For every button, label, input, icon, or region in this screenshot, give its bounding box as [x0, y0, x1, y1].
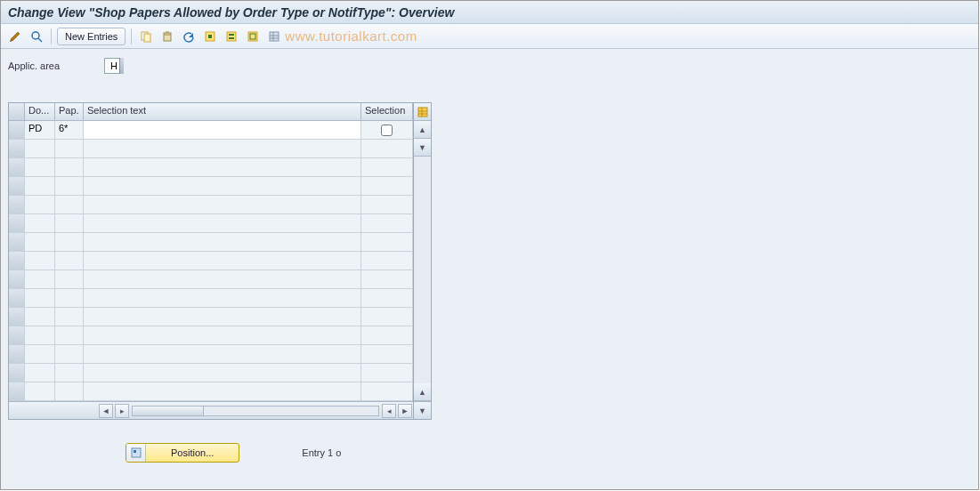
scroll-down-icon[interactable]: ▲	[414, 383, 431, 401]
table-settings-icon[interactable]	[265, 28, 283, 45]
cell-selection-text[interactable]	[84, 233, 361, 251]
row-selector[interactable]	[9, 177, 25, 195]
cell-selection-text[interactable]	[84, 270, 361, 288]
cell-selection-text[interactable]	[84, 196, 361, 213]
row-selector[interactable]	[9, 214, 25, 232]
cell-selection-text[interactable]	[84, 308, 361, 326]
row-selector[interactable]	[9, 140, 25, 157]
row-selector[interactable]	[9, 308, 25, 326]
detail-icon[interactable]	[28, 28, 45, 45]
cell-pap[interactable]	[55, 289, 84, 307]
cell-pap[interactable]	[55, 233, 84, 251]
cell-selection-checkbox[interactable]	[361, 196, 413, 213]
selection-checkbox[interactable]	[381, 125, 393, 136]
cell-selection-checkbox[interactable]	[361, 270, 413, 288]
cell-pap[interactable]	[55, 326, 84, 344]
cell-do[interactable]	[25, 326, 55, 344]
cell-selection-checkbox[interactable]	[361, 140, 413, 157]
scroll-left-icon[interactable]: ▸	[115, 404, 129, 418]
cell-do[interactable]	[25, 177, 55, 195]
delete-icon[interactable]	[158, 28, 176, 45]
col-selection[interactable]: Selection	[361, 103, 413, 120]
scroll-down-icon-2[interactable]: ▼	[414, 401, 431, 419]
cell-pap[interactable]	[55, 382, 84, 400]
cell-selection-checkbox[interactable]	[361, 308, 413, 326]
cell-pap[interactable]	[55, 196, 84, 213]
cell-selection-text[interactable]	[84, 382, 361, 400]
row-selector[interactable]	[9, 121, 25, 139]
cell-selection-checkbox[interactable]	[361, 326, 413, 344]
cell-pap[interactable]	[55, 140, 84, 157]
cell-selection-checkbox[interactable]	[361, 345, 413, 363]
cell-pap[interactable]	[55, 177, 84, 195]
cell-pap[interactable]	[55, 308, 84, 326]
row-selector[interactable]	[9, 289, 25, 307]
cell-do[interactable]	[25, 364, 55, 382]
vscroll-track[interactable]	[414, 157, 431, 383]
cell-selection-text[interactable]	[84, 140, 361, 157]
cell-selection-text[interactable]	[84, 326, 361, 344]
deselect-all-icon[interactable]	[244, 28, 262, 45]
cell-selection-checkbox[interactable]	[361, 252, 413, 270]
scroll-up-icon[interactable]: ▲	[414, 121, 431, 139]
cell-do[interactable]	[25, 214, 55, 232]
new-entries-button[interactable]: New Entries	[57, 28, 126, 45]
cell-pap[interactable]	[55, 214, 84, 232]
scroll-right-last-icon[interactable]: ►	[398, 404, 412, 418]
cell-do[interactable]	[25, 345, 55, 363]
col-do[interactable]: Do...	[25, 103, 55, 120]
col-pap[interactable]: Pap.	[55, 103, 84, 120]
cell-selection-checkbox[interactable]	[361, 364, 413, 382]
cell-selection-text[interactable]	[84, 158, 361, 176]
cell-selection-text[interactable]	[84, 289, 361, 307]
toggle-change-icon[interactable]	[6, 28, 24, 45]
cell-selection-checkbox[interactable]	[361, 233, 413, 251]
cell-selection-checkbox[interactable]	[361, 177, 413, 195]
select-all-icon[interactable]	[201, 28, 219, 45]
applic-area-field[interactable]: H	[104, 58, 124, 74]
row-selector[interactable]	[9, 345, 25, 363]
col-row-selector[interactable]	[9, 103, 25, 120]
row-selector[interactable]	[9, 158, 25, 176]
scroll-right-icon[interactable]: ◂	[382, 404, 396, 418]
row-selector[interactable]	[9, 252, 25, 270]
col-selection-text[interactable]: Selection text	[84, 103, 361, 120]
cell-selection-text[interactable]	[84, 121, 361, 139]
hscroll-thumb[interactable]	[133, 406, 204, 415]
cell-pap[interactable]	[55, 158, 84, 176]
cell-selection-checkbox[interactable]	[361, 382, 413, 400]
scroll-left-first-icon[interactable]: ◄	[99, 404, 113, 418]
row-selector[interactable]	[9, 270, 25, 288]
cell-selection-text[interactable]	[84, 345, 361, 363]
cell-do[interactable]	[25, 252, 55, 270]
cell-selection-checkbox[interactable]	[361, 158, 413, 176]
cell-selection-checkbox[interactable]	[361, 289, 413, 307]
cell-do[interactable]	[25, 308, 55, 326]
position-button[interactable]: Position...	[126, 443, 239, 463]
cell-pap[interactable]	[55, 270, 84, 288]
cell-do[interactable]: PD	[25, 121, 55, 139]
cell-pap[interactable]: 6*	[55, 121, 84, 139]
cell-do[interactable]	[25, 289, 55, 307]
cell-do[interactable]	[25, 158, 55, 176]
cell-selection-checkbox[interactable]	[361, 214, 413, 232]
cell-selection-text[interactable]	[84, 214, 361, 232]
hscroll-track[interactable]	[132, 406, 379, 416]
cell-do[interactable]	[25, 382, 55, 400]
row-selector[interactable]	[9, 382, 25, 400]
cell-do[interactable]	[25, 196, 55, 213]
select-block-icon[interactable]	[223, 28, 240, 45]
cell-selection-text[interactable]	[84, 252, 361, 270]
row-selector[interactable]	[9, 233, 25, 251]
row-selector[interactable]	[9, 196, 25, 213]
row-selector[interactable]	[9, 364, 25, 382]
cell-pap[interactable]	[55, 345, 84, 363]
copy-icon[interactable]	[137, 28, 155, 45]
cell-do[interactable]	[25, 233, 55, 251]
cell-do[interactable]	[25, 270, 55, 288]
cell-selection-text[interactable]	[84, 177, 361, 195]
cell-pap[interactable]	[55, 252, 84, 270]
row-selector[interactable]	[9, 326, 25, 344]
undo-icon[interactable]	[180, 28, 198, 45]
scroll-up-icon-2[interactable]: ▼	[414, 139, 431, 157]
